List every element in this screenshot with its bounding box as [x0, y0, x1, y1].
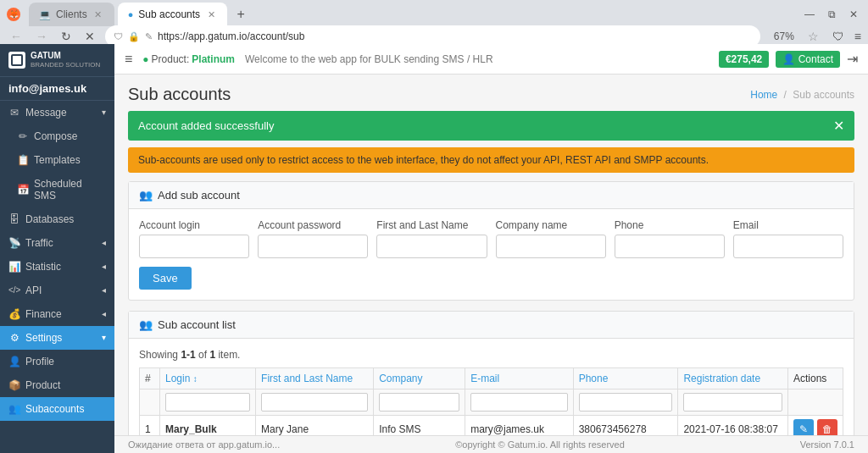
filter-phone-input[interactable] [579, 393, 673, 412]
bookmark-button[interactable]: ☆ [808, 30, 819, 43]
list-card: 👥 Sub account list Showing 1-1 of 1 item… [128, 311, 854, 435]
sidebar-item-message[interactable]: ✉ Message ▾ [0, 101, 114, 124]
sidebar-item-api[interactable]: </> API ◂ [0, 279, 114, 302]
breadcrumb: Home / Sub accounts [750, 89, 854, 101]
phone-input[interactable] [615, 235, 725, 258]
tab-clients-close[interactable]: ✕ [92, 8, 104, 20]
app-layout: GATUM BRANDED SOLUTION info@james.uk ✉ M… [0, 44, 868, 453]
settings-chevron-icon: ▾ [102, 333, 106, 342]
logout-button[interactable]: ⇥ [847, 51, 858, 67]
filter-date-input[interactable] [683, 393, 782, 412]
filter-phone [573, 389, 678, 416]
col-email: E-mail [465, 368, 573, 389]
sidebar-item-statistic[interactable]: 📊 Statistic ◂ [0, 255, 114, 279]
showing-count: 1 [209, 349, 215, 361]
sidebar-item-finance[interactable]: 💰 Finance ◂ [0, 302, 114, 326]
login-input[interactable] [139, 235, 249, 258]
sidebar-item-databases[interactable]: 🗄 Databases [0, 207, 114, 231]
sidebar-item-templates[interactable]: 📋 Templates [0, 148, 114, 172]
zoom-level: 67% [767, 30, 801, 42]
list-card-header: 👥 Sub account list [129, 312, 854, 339]
company-label: Company name [496, 219, 606, 231]
sidebar-item-compose[interactable]: ✏ Compose [0, 124, 114, 148]
row-login: Mary_Bulk [160, 416, 256, 436]
contact-button[interactable]: 👤 Contact [776, 51, 840, 68]
showing-prefix: Showing [139, 349, 178, 361]
browser-actions: 🛡 ≡ [832, 30, 861, 43]
forward-button[interactable]: → [32, 30, 51, 43]
sidebar-label-message: Message [25, 107, 67, 119]
filter-company-input[interactable] [379, 393, 459, 412]
sidebar-label-scheduled: Scheduled SMS [34, 178, 106, 202]
sidebar-label-finance: Finance [25, 308, 62, 320]
email-input[interactable] [733, 235, 843, 258]
window-close-button[interactable]: ✕ [846, 7, 861, 22]
alert-warning: Sub-accounts are used only to restrict a… [128, 147, 854, 173]
list-section-icon: 👥 [139, 318, 153, 331]
login-label: Account login [139, 219, 249, 231]
extensions-button[interactable]: 🛡 [832, 30, 844, 43]
tab-subaccounts[interactable]: ● Sub accounts ✕ [118, 3, 227, 26]
breadcrumb-home[interactable]: Home [750, 89, 777, 101]
minimize-button[interactable]: — [801, 7, 818, 22]
filter-login [160, 389, 256, 416]
field-phone: Phone [615, 219, 725, 258]
statistic-chevron-icon: ◂ [102, 262, 106, 271]
password-label: Account password [258, 219, 368, 231]
tab-subaccounts-favicon: ● [128, 9, 134, 19]
sidebar-item-product[interactable]: 📦 Product [0, 373, 114, 397]
sidebar-item-settings[interactable]: ⚙ Settings ▾ [0, 326, 114, 350]
back-button[interactable]: ← [7, 30, 25, 43]
sidebar-label-api: API [25, 285, 42, 296]
edit-button[interactable]: ✎ [793, 419, 814, 435]
col-company: Company [374, 368, 465, 389]
maximize-button[interactable]: ⧉ [825, 7, 839, 22]
col-name: First and Last Name [256, 368, 374, 389]
menu-button[interactable]: ≡ [854, 30, 861, 43]
sidebar-item-scheduled[interactable]: 📅 Scheduled SMS [0, 172, 114, 207]
save-button[interactable]: Save [139, 267, 192, 290]
shield-icon: 🛡 [114, 31, 123, 41]
databases-icon: 🗄 [8, 213, 20, 225]
scheduled-icon: 📅 [17, 184, 29, 196]
new-tab-button[interactable]: + [231, 4, 251, 25]
col-login-label: Login [165, 373, 190, 384]
tab-clients[interactable]: 💻 Clients ✕ [29, 3, 114, 26]
alert-close-button[interactable]: ✕ [833, 118, 844, 134]
top-bar-right: €275,42 👤 Contact ⇥ [719, 51, 858, 68]
filter-login-input[interactable] [165, 393, 250, 412]
list-card-body: Showing 1-1 of 1 item. # Login ↕ [129, 339, 854, 435]
sidebar-item-profile[interactable]: 👤 Profile [0, 350, 114, 373]
breadcrumb-current: Sub accounts [793, 89, 854, 101]
sidebar-item-subaccounts[interactable]: 👥 Subaccounts [0, 397, 114, 421]
refresh-button[interactable]: ↻ [58, 30, 75, 43]
api-icon: </> [8, 285, 20, 295]
subaccounts-icon: 👥 [8, 403, 20, 415]
col-actions: Actions [787, 368, 843, 389]
col-login[interactable]: Login ↕ [160, 368, 256, 389]
password-input[interactable] [258, 235, 368, 258]
name-input[interactable] [376, 235, 487, 258]
hamburger-button[interactable]: ≡ [125, 52, 132, 67]
footer: Ожидание ответа от app.gatum.io... ©opyr… [114, 435, 868, 453]
product-dot-icon: ● [142, 53, 148, 65]
company-input[interactable] [496, 235, 606, 258]
add-subaccount-card: 👥 Add sub account Account login Account … [128, 181, 854, 301]
sidebar-item-traffic[interactable]: 📡 Traffic ◂ [0, 231, 114, 255]
welcome-text: Welcome to the web app for BULK sending … [245, 53, 493, 65]
add-card-header: 👥 Add sub account [129, 182, 854, 209]
close-nav-button[interactable]: ✕ [81, 30, 98, 43]
sidebar-label-subaccounts: Subaccounts [25, 403, 84, 415]
sidebar-label-statistic: Statistic [25, 261, 61, 273]
filter-name-input[interactable] [261, 393, 368, 412]
page-header: Sub accounts Home / Sub accounts [128, 85, 854, 104]
delete-button[interactable]: 🗑 [817, 419, 837, 435]
sidebar-label-databases: Databases [25, 213, 74, 225]
window-controls: — ⧉ ✕ [801, 7, 861, 22]
row-email: mary@james.uk [465, 416, 573, 436]
lock-icon: 🔒 [128, 31, 140, 42]
filter-email-input[interactable] [470, 393, 567, 412]
tab-subaccounts-close[interactable]: ✕ [205, 8, 217, 20]
name-label: First and Last Name [376, 219, 487, 231]
add-card-body: Account login Account password First and… [129, 209, 854, 300]
